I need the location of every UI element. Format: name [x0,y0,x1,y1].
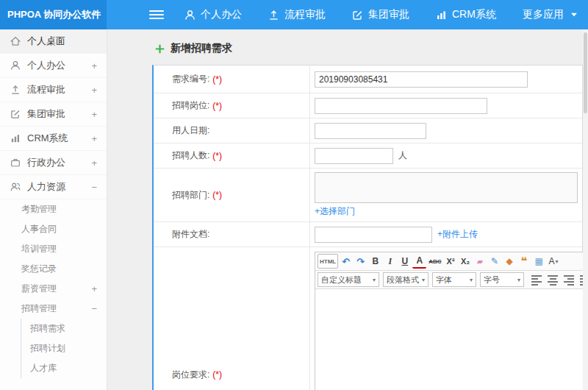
font-menu-button[interactable]: A ▾ [547,254,561,269]
upload-icon [268,10,279,21]
scrollbar-thumb[interactable] [584,32,587,113]
caret-down-icon: ▾ [470,277,473,283]
editor-content-area[interactable] [315,289,588,390]
sidebar-item-workflow-approval[interactable]: 流程审批 + [0,78,107,102]
sidebar-item-salary-mgmt[interactable]: 薪资管理 + [0,279,107,299]
redo-icon[interactable]: ↷ [354,254,368,269]
page-title: 新增招聘需求 [154,42,588,55]
sidebar-item-admin-office[interactable]: 行政办公 + [0,151,107,175]
highlight-color-icon[interactable]: ◆ [503,254,517,269]
form-row-attachment: 附件文档: +附件上传 [154,222,582,247]
user-icon [10,60,21,71]
expand-toggle[interactable]: + [91,133,97,144]
sidebar-item-recruit-mgmt[interactable]: 招聘管理 − [0,299,107,319]
required-mark: (*) [212,74,222,85]
sidebar-item-training-mgmt[interactable]: 培训管理 [0,239,107,259]
form-row-headcount: 招聘人数: (*) 人 [154,143,582,169]
html-source-button[interactable]: HTML [318,254,338,269]
font-family-dropdown[interactable]: 字体 ▾ [432,272,476,287]
form-row-position: 招聘岗位: (*) [154,93,582,118]
nav-group-approval[interactable]: 集团审批 [352,8,409,21]
topbar: PHPOA 协同办公软件 个人办公 流程审批 集团审批 CRM系统 更多应用 [0,0,588,29]
undo-icon[interactable]: ↶ [339,254,353,269]
nav-workflow-approval[interactable]: 流程审批 [268,8,326,21]
nav-crm-system[interactable]: CRM系统 [436,8,496,21]
paragraph-format-dropdown[interactable]: 段落格式 ▾ [383,272,429,287]
field-label: 招聘部门: (*) [154,169,310,221]
font-size-dropdown[interactable]: 字号 ▾ [480,272,524,287]
users-icon [10,182,21,192]
edit-icon [10,109,21,119]
nav-label: 更多应用 [523,8,564,21]
editor-toolbar-row1: HTML ↶ ↷ B I U A ABC X² X₂ ▰ ✎ ◆ [315,252,588,271]
table-icon[interactable]: ▦ [532,254,546,269]
nav-label: 集团审批 [368,8,409,21]
expand-toggle[interactable]: + [91,157,97,169]
recruit-demand-form: 需求编号: (*) 招聘岗位: (*) 用人日期: [152,65,583,390]
select-department-link[interactable]: +选择部门 [315,205,355,218]
sidebar-item-recruit-demand[interactable]: 招聘需求 [21,319,107,338]
edit-icon [352,10,363,21]
sidebar-item-personal-desktop[interactable]: 个人桌面 [0,29,107,54]
required-mark: (*) [212,101,222,111]
nav-personal-office[interactable]: 个人办公 [184,8,242,21]
position-input[interactable] [315,98,487,114]
headcount-input[interactable] [315,148,393,164]
nav-more-apps[interactable]: 更多应用 [523,8,578,21]
caret-down-icon [570,11,578,18]
sidebar-item-reward-punishment[interactable]: 奖惩记录 [0,259,107,279]
caret-down-icon: ▾ [373,277,376,283]
nav-label: CRM系统 [452,8,496,21]
attachment-upload-link[interactable]: +附件上传 [437,228,478,241]
nav-label: 流程审批 [284,8,326,21]
sidebar-item-attendance-mgmt[interactable]: 考勤管理 [0,199,107,219]
expand-toggle[interactable]: + [91,85,97,96]
caret-down-icon: ▾ [422,277,425,283]
caret-down-icon: ▾ [517,277,520,283]
form-row-hire-date: 用人日期: [154,118,582,143]
hire-date-input[interactable] [315,123,426,139]
required-mark: (*) [212,369,222,380]
sidebar-item-talent-pool[interactable]: 人才库 [21,358,107,378]
italic-button[interactable]: I [383,254,397,269]
font-color-button[interactable]: A [412,254,426,269]
app-window: PHPOA 协同办公软件 个人办公 流程审批 集团审批 CRM系统 更多应用 [0,0,588,390]
plus-icon [154,43,165,54]
blockquote-icon[interactable]: ❝ [517,254,531,269]
field-label: 招聘岗位: (*) [154,93,310,118]
field-label: 需求编号: (*) [154,65,310,93]
department-textarea[interactable] [315,172,578,203]
menu-icon[interactable] [149,0,164,29]
sidebar-item-crm-system[interactable]: CRM系统 + [0,127,107,151]
custom-title-dropdown[interactable]: 自定义标题 ▾ [318,272,379,287]
sidebar-item-human-resources[interactable]: 人力资源 − [0,175,107,199]
superscript-button[interactable]: X² [444,254,458,269]
demand-code-input[interactable] [315,71,528,88]
main-content: 新增招聘需求 需求编号: (*) 招聘岗位: (*) [108,29,588,390]
underline-button[interactable]: U [398,254,412,269]
collapse-toggle[interactable]: − [91,182,97,193]
pencil-icon[interactable]: ✎ [488,254,502,269]
form-row-department: 招聘部门: (*) +选择部门 [154,169,582,222]
strikethrough-button[interactable]: ABC [427,254,442,269]
bold-button[interactable]: B [368,254,382,269]
expand-toggle[interactable]: + [91,283,97,294]
required-mark: (*) [212,151,222,161]
eraser-icon[interactable]: ▰ [473,254,487,269]
sidebar-item-group-approval[interactable]: 集团审批 + [0,102,107,127]
align-left-icon[interactable] [530,273,543,286]
top-navigation: 个人办公 流程审批 集团审批 CRM系统 更多应用 [184,0,578,29]
subscript-button[interactable]: X₂ [459,254,473,269]
sidebar-item-personal-office[interactable]: 个人办公 + [0,54,107,78]
align-right-icon[interactable] [562,273,576,286]
scrollbar-track[interactable] [583,29,588,390]
page-title-text: 新增招聘需求 [171,42,232,55]
rich-text-editor: HTML ↶ ↷ B I U A ABC X² X₂ ▰ ✎ ◆ [315,252,588,390]
attachment-input[interactable] [315,227,432,243]
collapse-toggle[interactable]: − [91,303,97,314]
expand-toggle[interactable]: + [91,109,97,120]
expand-toggle[interactable]: + [91,60,97,71]
sidebar-item-hr-contract[interactable]: 人事合同 [0,219,107,239]
sidebar-item-recruit-plan[interactable]: 招聘计划 [21,338,107,358]
align-center-icon[interactable] [546,273,559,286]
